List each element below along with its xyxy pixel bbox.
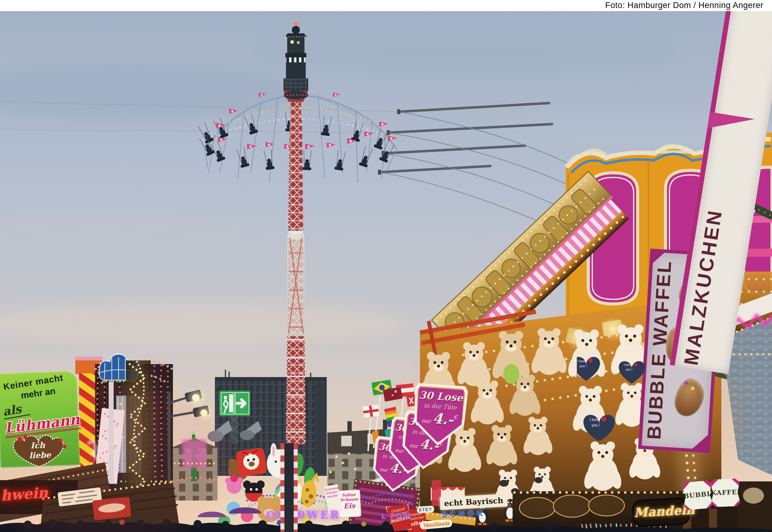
power-led-fragment: L POW: [382, 511, 411, 521]
svg-text:I love: I love: [578, 359, 586, 363]
photo-credit: Foto: Hamburger Dom / Henning Angerer: [605, 1, 763, 10]
mast-lattice: [284, 443, 294, 532]
luehmann-sign: Keiner macht mehr an als Lühmann Ich lie…: [0, 371, 80, 468]
nordic-tower-led-right: OWER: [295, 509, 340, 521]
svg-text:you !: you !: [579, 364, 587, 368]
svg-text:Ich: Ich: [30, 440, 45, 450]
bubble-shield-sign: BUBBL: [682, 480, 713, 510]
gingerbread-heart: Ich liebe: [8, 431, 77, 470]
mandeln-sign: Mandeln: [632, 497, 691, 527]
svg-text:I love: I love: [624, 363, 631, 367]
credit-strip: Foto: Hamburger Dom / Henning Angerer: [0, 0, 772, 11]
mast-leg-left: [280, 443, 284, 532]
gluehwein-neon: hwein: [0, 484, 48, 504]
funfair-photo: Foto: Hamburger Dom / Henning Angerer Ke…: [0, 0, 772, 532]
kaffee-shield-sign: KAFFEE: [710, 478, 740, 507]
mast-leg-right: [294, 443, 298, 532]
svg-text:liebe: liebe: [29, 450, 52, 460]
svg-text:I love: I love: [590, 418, 599, 422]
love-hearts: I love you ! I love you ! I love you !: [577, 348, 651, 441]
luehmann-script: als: [2, 400, 30, 419]
svg-text:you !: you !: [592, 423, 600, 427]
schoko-fragment: SCHOK: [442, 509, 486, 520]
stey-sign-fragment: STEY: [417, 505, 434, 513]
svg-text:you !: you !: [626, 368, 632, 371]
